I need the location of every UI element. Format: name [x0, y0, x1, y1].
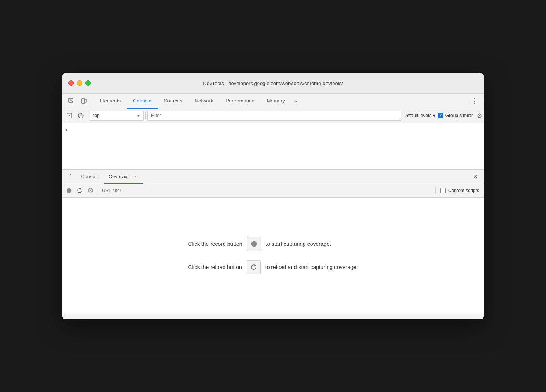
reload-instruction-text: Click the reload button — [188, 264, 242, 270]
coverage-toolbar: Content scripts — [62, 184, 484, 198]
toolbar-separator-1 — [92, 97, 92, 105]
reload-suffix-text: to reload and start capturing coverage. — [265, 264, 358, 270]
default-levels-button[interactable]: Default levels ▾ — [402, 113, 437, 118]
settings-gear-icon[interactable]: ⚙ — [477, 112, 482, 119]
tab-console[interactable]: Console — [127, 93, 158, 109]
close-icon: ✕ — [473, 173, 478, 181]
record-suffix-text: to start capturing coverage. — [266, 241, 331, 247]
console-toolbar: top ▼ Default levels ▾ Group similar ⚙ — [62, 109, 484, 123]
bottom-panel-header: ⋮ Console Coverage × ✕ — [62, 170, 484, 184]
console-separator-2 — [145, 112, 146, 119]
bottom-tab-console[interactable]: Console — [76, 169, 104, 184]
content-scripts-label: Content scripts — [448, 188, 479, 193]
tab-performance[interactable]: Performance — [219, 93, 260, 109]
coverage-separator — [97, 187, 97, 194]
device-mode-icon-button[interactable] — [78, 95, 90, 107]
clear-console-button[interactable] — [75, 110, 86, 121]
content-scripts-area: Content scripts — [437, 188, 482, 193]
show-console-sidebar-button[interactable] — [64, 110, 75, 121]
bottom-panel-more-button[interactable]: ⋮ — [65, 171, 76, 182]
devtools-window: DevTools - developers.google.com/web/too… — [62, 73, 484, 319]
traffic-lights — [68, 80, 91, 86]
group-similar-area: Group similar — [438, 113, 473, 118]
more-tabs-button[interactable]: » — [291, 93, 300, 109]
filter-input[interactable] — [147, 111, 401, 121]
bottom-tab-coverage[interactable]: Coverage × — [104, 169, 143, 184]
bottom-panel: ⋮ Console Coverage × ✕ — [62, 169, 484, 319]
tab-memory[interactable]: Memory — [261, 93, 291, 109]
reload-button-inline-icon — [247, 260, 261, 274]
svg-marker-5 — [69, 115, 70, 116]
url-filter-input[interactable] — [99, 186, 434, 195]
more-icon: ⋮ — [68, 173, 74, 181]
console-prompt-chevron-icon[interactable]: › — [65, 126, 67, 133]
devtools-menu-button[interactable]: ⋮ — [468, 95, 481, 107]
group-similar-checkbox[interactable] — [438, 113, 443, 118]
content-scripts-checkbox[interactable] — [440, 188, 446, 193]
scrollbar-area — [62, 314, 484, 319]
coverage-record-button[interactable] — [64, 186, 74, 196]
console-content: › — [62, 123, 484, 169]
tab-network[interactable]: Network — [189, 93, 220, 109]
svg-line-7 — [80, 114, 82, 117]
coverage-tab-close-button[interactable]: × — [133, 173, 139, 179]
window-title: DevTools - developers.google.com/web/too… — [203, 80, 343, 86]
record-button-inline-icon — [247, 237, 261, 251]
coverage-main-content: Click the record button to start capturi… — [62, 198, 484, 314]
svg-rect-2 — [85, 99, 86, 102]
svg-rect-1 — [82, 99, 85, 103]
record-instruction-row: Click the record button to start capturi… — [188, 237, 331, 251]
svg-point-12 — [251, 241, 257, 247]
coverage-separator-2 — [435, 187, 436, 194]
group-similar-label: Group similar — [445, 113, 473, 118]
tab-elements[interactable]: Elements — [94, 93, 127, 109]
console-separator-1 — [88, 112, 88, 119]
title-bar: DevTools - developers.google.com/web/too… — [62, 73, 484, 94]
coverage-instructions: Click the record button to start capturi… — [188, 237, 358, 274]
svg-point-8 — [67, 188, 71, 193]
coverage-reload-button[interactable] — [75, 186, 85, 196]
coverage-clear-button[interactable] — [85, 186, 96, 196]
context-selector[interactable]: top ▼ — [90, 111, 144, 121]
default-levels-arrow-icon: ▾ — [433, 113, 435, 118]
record-instruction-text: Click the record button — [188, 241, 242, 247]
minimize-button[interactable] — [77, 80, 82, 86]
context-arrow-icon: ▼ — [136, 114, 140, 118]
inspector-icon-button[interactable] — [65, 95, 78, 107]
tab-sources[interactable]: Sources — [158, 93, 189, 109]
bottom-panel-close-button[interactable]: ✕ — [470, 171, 481, 182]
main-toolbar: Elements Console Sources Network Perform… — [62, 94, 484, 109]
maximize-button[interactable] — [85, 80, 91, 86]
context-label: top — [93, 113, 100, 118]
reload-instruction-row: Click the reload button to reload and st… — [188, 260, 358, 274]
close-button[interactable] — [68, 80, 74, 86]
